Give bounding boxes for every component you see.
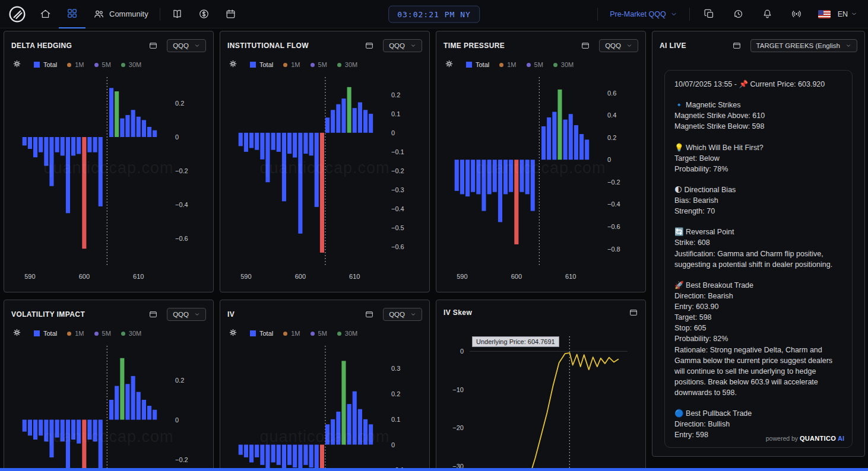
legend-30m[interactable]: 30M (121, 61, 141, 68)
ai-section-line: Direction: Bearish (674, 291, 842, 301)
svg-text:0.2: 0.2 (175, 100, 184, 107)
chart-area[interactable]: 0.20.10−0.1−0.2−0.3−0.4−0.5−0.6590600610… (220, 70, 429, 292)
ai-section-line: Magnetic Strike Below: 598 (674, 121, 842, 132)
svg-text:0.1: 0.1 (391, 416, 400, 423)
legend-5m[interactable]: 5M (311, 330, 327, 337)
ai-section-line: Direction: Bullish (674, 419, 842, 429)
window-icon[interactable] (365, 310, 374, 319)
legend-1m[interactable]: 1M (283, 61, 300, 68)
legend-5m[interactable]: 5M (311, 61, 327, 68)
window-icon[interactable] (148, 310, 158, 319)
chart-area[interactable]: 0−10−20−30−40 Underlying Price: 604.7691 (436, 321, 645, 471)
panel-header: AI LIVE TARGET GREEKS (English (652, 31, 864, 56)
dashboard-grid-icon[interactable] (59, 0, 85, 28)
svg-text:−0.6: −0.6 (175, 235, 188, 242)
chevron-down-icon (410, 311, 416, 317)
delta-hedging-chart[interactable]: 0.20−0.2−0.4−0.6590600610 (7, 71, 208, 285)
svg-text:610: 610 (565, 273, 576, 280)
window-icon[interactable] (581, 41, 590, 50)
legend-1m[interactable]: 1M (283, 330, 300, 337)
legend-total[interactable]: Total (34, 61, 57, 68)
copy-layout-icon[interactable] (696, 0, 723, 28)
window-icon[interactable] (365, 41, 374, 50)
panel-header: INSTITUTIONAL FLOW QQQ (220, 31, 429, 56)
docs-book-icon[interactable] (164, 0, 191, 28)
panel-volatility-impact: VOLATILITY IMPACT QQQ Total 1M 5M 30M 0.… (4, 300, 214, 471)
svg-text:−0.3: −0.3 (391, 186, 404, 193)
legend-30m[interactable]: 30M (121, 330, 141, 337)
legend-1m[interactable]: 1M (499, 61, 516, 68)
legend-total[interactable]: Total (250, 330, 273, 337)
people-icon (93, 8, 104, 20)
legend-row: Total 1M 5M 30M (4, 324, 213, 339)
history-icon[interactable] (725, 0, 752, 28)
chevron-down-icon (410, 43, 416, 49)
chart-tooltip: Underlying Price: 604.7691 (472, 336, 559, 347)
chart-area[interactable]: 0.30.20.10−0.1−0.2590600610 quanticocap.… (220, 339, 429, 471)
panel-header: IV QQQ (220, 300, 429, 324)
svg-text:0: 0 (175, 133, 179, 141)
chart-area[interactable]: 0.20−0.2−0.4−0.6590600610 quanticocap.co… (4, 70, 213, 292)
chevron-down-icon (194, 311, 200, 317)
settings-gears-icon[interactable] (12, 328, 21, 339)
institutional-flow-chart[interactable]: 0.20.10−0.1−0.2−0.3−0.4−0.5−0.6590600610 (223, 71, 425, 285)
legend-total[interactable]: Total (466, 61, 489, 68)
symbol-select[interactable]: QQQ (167, 39, 206, 52)
settings-gears-icon[interactable] (229, 328, 237, 339)
legend-total[interactable]: Total (250, 61, 273, 68)
legend-total[interactable]: Total (34, 330, 57, 337)
nav-right: Pre-Market QQQ EN (594, 0, 861, 28)
svg-text:−0.8: −0.8 (607, 246, 620, 253)
svg-text:610: 610 (133, 273, 144, 280)
legend-1m[interactable]: 1M (67, 330, 84, 337)
legend-5m[interactable]: 5M (94, 330, 111, 337)
iv-chart[interactable]: 0.30.20.10−0.1−0.2590600610 (223, 340, 425, 471)
panel-title: AI LIVE (660, 42, 686, 50)
svg-text:−0.2: −0.2 (607, 179, 620, 186)
pricing-dollar-icon[interactable] (191, 0, 217, 28)
panel-institutional-flow: INSTITUTIONAL FLOW QQQ Total 1M 5M 30M 0… (220, 31, 430, 292)
ai-sections: 🔹 Magnetic StrikesMagnetic Strike Above:… (674, 100, 842, 440)
svg-text:610: 610 (349, 273, 360, 280)
legend-1m[interactable]: 1M (67, 61, 84, 68)
chart-area[interactable]: 0.60.40.20−0.2−0.4−0.6−0.8590600610 quan… (436, 70, 645, 292)
window-icon[interactable] (629, 308, 638, 317)
window-icon[interactable] (148, 41, 158, 50)
market-session-select[interactable]: Pre-Market QQQ (604, 10, 683, 18)
panel-iv-skew: IV Skew 0−10−20−30−40 Underlying Price: … (436, 300, 646, 471)
time-pressure-chart[interactable]: 0.60.40.20−0.2−0.4−0.6−0.8590600610 (439, 71, 641, 285)
svg-text:590: 590 (240, 273, 251, 280)
settings-gears-icon[interactable] (445, 59, 454, 70)
svg-text:−0.6: −0.6 (607, 223, 620, 230)
symbol-select[interactable]: QQQ (383, 308, 422, 321)
symbol-value: QQQ (389, 311, 405, 318)
symbol-select[interactable]: QQQ (599, 39, 638, 52)
legend-30m[interactable]: 30M (337, 61, 357, 68)
legend-30m[interactable]: 30M (553, 61, 574, 68)
calendar-icon[interactable] (217, 0, 244, 28)
legend-5m[interactable]: 5M (94, 61, 111, 68)
ai-mode-select[interactable]: TARGET GREEKS (English (750, 39, 857, 52)
ai-section-line: Strike: 608 (674, 237, 842, 248)
symbol-select[interactable]: QQQ (167, 308, 206, 321)
symbol-select[interactable]: QQQ (383, 39, 422, 52)
svg-text:0: 0 (607, 156, 611, 163)
svg-text:0.2: 0.2 (175, 377, 184, 384)
language-select[interactable]: EN (834, 10, 861, 18)
window-icon[interactable] (732, 41, 742, 50)
settings-gears-icon[interactable] (229, 59, 237, 70)
broadcast-signal-icon[interactable] (783, 0, 810, 28)
chart-area[interactable]: 0.20−0.2−0.4590600610 quanticocap.com (4, 339, 213, 471)
volatility-impact-chart[interactable]: 0.20−0.2−0.4590600610 (7, 340, 208, 471)
nav-separator (160, 8, 160, 21)
svg-text:−10: −10 (452, 386, 464, 393)
home-icon[interactable] (32, 0, 59, 28)
quantico-logo-icon[interactable] (8, 5, 26, 23)
settings-gears-icon[interactable] (12, 59, 21, 70)
nav-item-community[interactable]: Community (85, 0, 156, 28)
ai-section: 💡 Which Will Be Hit First?Target: BelowP… (674, 142, 842, 174)
notifications-bell-icon[interactable] (754, 0, 781, 28)
legend-30m[interactable]: 30M (337, 330, 357, 337)
ai-section: 🌓 Directional BiasBias: BearishStrength:… (674, 184, 842, 217)
legend-5m[interactable]: 5M (527, 61, 543, 68)
